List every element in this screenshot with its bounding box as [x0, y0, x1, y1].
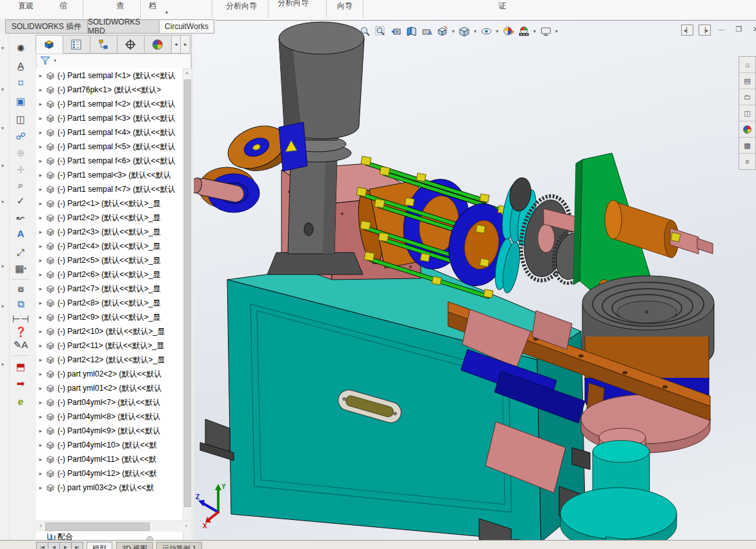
- tree-item[interactable]: ▸ (-) Part1 sempal f<6> (默认<<默认: [36, 154, 183, 168]
- part-question-icon[interactable]: ❓: [12, 325, 29, 339]
- funnel-caret-icon[interactable]: ▾: [54, 58, 56, 63]
- flyout-caret-icon[interactable]: ▾: [1, 45, 4, 51]
- expand-arrow-icon[interactable]: ▸: [36, 428, 45, 434]
- tree-item[interactable]: ▸ (-) Part2<10> (默认<<默认>_显: [36, 324, 183, 338]
- tab-circuitworks[interactable]: CircuitWorks: [159, 19, 214, 34]
- tree-item[interactable]: ▸ (-) Part2<1> (默认<<默认>_显: [36, 196, 183, 211]
- tree-item[interactable]: ▸ (-) Part2<3> (默认<<默认>_显: [36, 225, 183, 239]
- expand-arrow-icon[interactable]: ▸: [36, 442, 45, 448]
- first-tab-button[interactable]: |◀: [36, 542, 48, 549]
- flyout-caret-icon[interactable]: ▾: [1, 362, 4, 368]
- zoom-to-fit-icon[interactable]: [358, 25, 371, 37]
- tree-item[interactable]: ▸ (-) Part2<2> (默认<<默认>_显: [36, 211, 183, 225]
- tree-vertical-scrollbar[interactable]: ˄ ˅: [183, 68, 192, 549]
- flyout-caret-icon[interactable]: ▾: [1, 125, 4, 131]
- expand-arrow-icon[interactable]: ▸: [36, 257, 45, 264]
- tree-filter-bar[interactable]: ▾: [36, 54, 191, 69]
- measure-camera-icon[interactable]: ⌑: [12, 76, 29, 90]
- apply-scene-icon[interactable]: [517, 25, 530, 37]
- file-explorer-icon[interactable]: 🗀: [739, 89, 755, 105]
- last-tab-button[interactable]: ▶|: [71, 542, 83, 549]
- card-compare-icon[interactable]: ◫: [12, 112, 29, 127]
- expand-arrow-icon[interactable]: ▸: [36, 385, 45, 391]
- featuremanager-tab[interactable]: [36, 35, 63, 54]
- swirl-comet-icon[interactable]: ✺: [12, 41, 29, 56]
- 3d-views-tab[interactable]: 3D 视图: [116, 542, 153, 549]
- design-library-icon[interactable]: ▤: [739, 73, 755, 89]
- edrawings-icon[interactable]: e: [12, 394, 29, 408]
- camera-3d-icon[interactable]: ⧇: [12, 282, 29, 296]
- tree-item[interactable]: ▸ (-) Part04yml<9> (默认<<默认: [36, 424, 183, 438]
- configurationmanager-tab[interactable]: [90, 35, 117, 54]
- appearances-icon[interactable]: [739, 121, 755, 138]
- pdf-3d-icon[interactable]: ⬒: [12, 360, 29, 374]
- pen-a-icon[interactable]: ✎A: [12, 338, 29, 352]
- scroll-right-icon[interactable]: ›: [182, 522, 190, 530]
- flyout-caret-icon[interactable]: ▾: [1, 199, 4, 205]
- people-icon[interactable]: ☍: [12, 129, 29, 143]
- expand-arrow-icon[interactable]: ▸: [36, 186, 45, 192]
- flyout-caret-icon[interactable]: ▾: [1, 163, 4, 169]
- expand-arrow-icon[interactable]: ▸: [36, 413, 45, 420]
- tree-item[interactable]: ▸ (-) Part2<4> (默认<<默认>_显: [36, 239, 183, 253]
- tree-item[interactable]: ▸ (-) Part04yml<12> (默认<<默: [36, 466, 183, 481]
- expand-arrow-icon[interactable]: ▸: [36, 357, 45, 363]
- curve-arrow-icon[interactable]: ↜: [12, 211, 29, 225]
- section-view-icon[interactable]: [405, 25, 418, 37]
- scroll-left-icon[interactable]: ‹: [37, 522, 45, 530]
- command-label[interactable]: 直观: [18, 1, 34, 12]
- view-settings-icon[interactable]: [539, 25, 552, 37]
- edit-appearance-icon[interactable]: [502, 25, 515, 37]
- note-a-icon[interactable]: A̲: [12, 58, 29, 72]
- expand-arrow-icon[interactable]: ▸: [36, 115, 45, 121]
- scroll-thumb[interactable]: [45, 523, 150, 531]
- expand-arrow-icon[interactable]: ▸: [36, 456, 45, 462]
- section-book-icon[interactable]: ⧉: [12, 297, 29, 311]
- tree-item[interactable]: ▸ (-) Part1 sempal<3> (默认<<默认: [36, 168, 183, 182]
- expand-arrow-icon[interactable]: ▸: [36, 399, 45, 406]
- tree-item[interactable]: ▸ (-) Part2<8> (默认<<默认>_显: [36, 296, 183, 310]
- expand-arrow-icon[interactable]: ▸: [36, 342, 45, 349]
- tree-item[interactable]: ▸ (-) Part04yml<10> (默认<<默: [36, 438, 183, 452]
- zoom-to-area-icon[interactable]: [374, 25, 387, 37]
- model-tab[interactable]: 模型: [87, 542, 112, 549]
- tab-solidworks-mbd[interactable]: SOLIDWORKS MBD: [87, 19, 159, 34]
- tree-item[interactable]: ▸ (-) Part1 sempal f<7> (默认<<默认: [36, 182, 183, 196]
- panel-tab-scroll-left[interactable]: ◂: [172, 35, 181, 54]
- command-label[interactable]: 向导: [337, 1, 352, 12]
- dimxpertmanager-tab[interactable]: [117, 35, 145, 54]
- tree-item[interactable]: ▸ (-) Part1 sempal f<1> (默认<<默认: [36, 68, 183, 83]
- tree-horizontal-scrollbar[interactable]: ‹ ›: [36, 521, 191, 532]
- dimension-box-icon[interactable]: ▣: [12, 94, 29, 109]
- scroll-thumb[interactable]: [184, 79, 191, 507]
- apply-scene-caret[interactable]: ▾: [533, 28, 536, 34]
- view-settings-caret[interactable]: ▾: [555, 28, 558, 34]
- tree-item[interactable]: ▸ (-) Part04yml<11> (默认<<默: [36, 452, 183, 466]
- expand-arrow-icon[interactable]: ▸: [36, 158, 45, 164]
- command-caret-icon[interactable]: ▾: [165, 10, 168, 16]
- expand-arrow-icon[interactable]: ▸: [36, 328, 45, 335]
- tree-item[interactable]: ▸ (-) Part04yml<8> (默认<<默认: [36, 409, 183, 424]
- collapse-pane-right-button[interactable]: ▕▸: [699, 25, 711, 36]
- tab-solidworks-addins[interactable]: SOLIDWORKS 插件: [5, 19, 88, 34]
- tree-item[interactable]: ▸ (-) part yml03<2> (默认<<默: [36, 481, 183, 495]
- display-style-icon[interactable]: [458, 25, 471, 37]
- letter-a-icon[interactable]: A: [12, 226, 29, 240]
- expand-arrow-icon[interactable]: ▸: [36, 143, 45, 150]
- expand-arrow-icon[interactable]: ▸: [36, 243, 45, 249]
- view-palette-icon[interactable]: ◫: [739, 105, 755, 121]
- graphics-viewport[interactable]: Y Z X A ▾ ▾ ▾: [194, 20, 756, 541]
- restore-button[interactable]: ❐: [733, 25, 744, 34]
- propertymanager-tab[interactable]: [63, 35, 90, 54]
- tree-item[interactable]: ▸ (-) Part2<7> (默认<<默认>_显: [36, 282, 183, 296]
- panel-tab-scroll-right[interactable]: ▸: [181, 35, 190, 54]
- next-tab-button[interactable]: ▶: [59, 542, 72, 549]
- view-orientation-caret[interactable]: ▾: [452, 28, 455, 34]
- flyout-caret-icon[interactable]: ▾: [1, 304, 4, 309]
- command-label[interactable]: 分析向导: [276, 0, 310, 6]
- command-label[interactable]: 查: [116, 1, 124, 12]
- close-button[interactable]: ✕: [750, 25, 756, 34]
- tree-item[interactable]: ▸ (-) Part76pk<1> (默认<<默认>: [36, 83, 183, 97]
- diagonal-arrow-icon[interactable]: ⤢: [12, 245, 29, 260]
- expand-arrow-icon[interactable]: ▸: [36, 129, 45, 136]
